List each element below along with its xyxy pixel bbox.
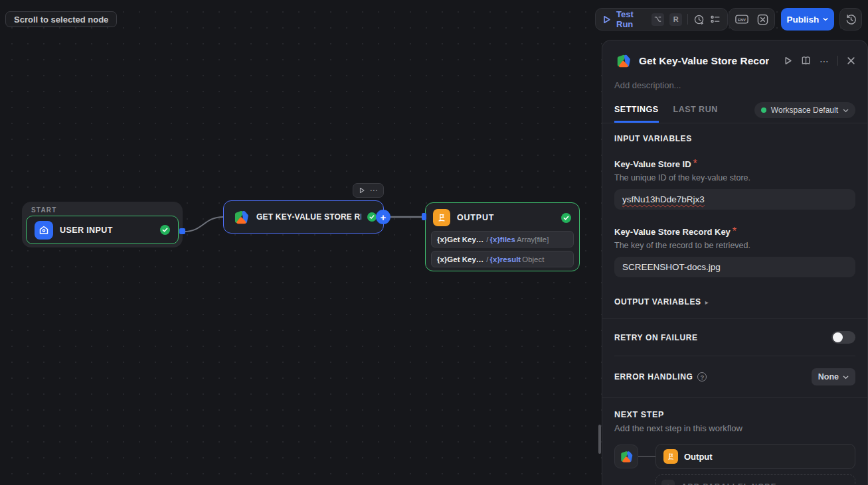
- retry-on-failure-heading: RETRY ON FAILURE: [614, 333, 698, 342]
- next-step-output-label: Output: [684, 452, 713, 462]
- start-group-label: START: [22, 202, 183, 214]
- apify-logo-icon: [618, 449, 634, 464]
- row-source: {x}Get Key…: [437, 255, 483, 263]
- get-key-value-store-node[interactable]: GET KEY-VALUE STORE RE: [223, 200, 384, 234]
- publish-button[interactable]: Publish: [781, 8, 834, 31]
- error-handling-heading: ERROR HANDLING: [614, 372, 693, 381]
- publish-label: Publish: [787, 15, 820, 25]
- plus-icon: +: [661, 480, 675, 485]
- row-type: Array[file]: [517, 236, 549, 243]
- add-next-node-button[interactable]: +: [376, 210, 391, 224]
- row-slash: /: [486, 236, 488, 243]
- output-success-icon: [561, 213, 571, 223]
- scroll-to-selected-node-button[interactable]: Scroll to selected node: [5, 11, 117, 27]
- more-options-icon[interactable]: ⋯: [820, 56, 829, 66]
- output-input-port[interactable]: [422, 213, 426, 220]
- output-node-title: OUTPUT: [457, 213, 494, 222]
- field-description: The unique ID of the key-value store.: [614, 173, 855, 182]
- history-button[interactable]: [839, 8, 862, 31]
- test-run-play-icon[interactable]: [602, 15, 611, 24]
- output-variable-row[interactable]: {x}Get Key… / {x}files Array[file]: [431, 231, 574, 247]
- svg-text:ENV: ENV: [738, 18, 746, 22]
- variables-icon[interactable]: [757, 14, 768, 25]
- record-key-value: SCREENSHOT-docs.jpg: [622, 262, 721, 272]
- error-handling-value: None: [818, 372, 839, 381]
- required-asterisk: *: [693, 158, 697, 169]
- test-run-button[interactable]: Test Run: [616, 9, 646, 29]
- run-toolbar-group: Test Run R: [595, 8, 728, 31]
- add-parallel-node-button[interactable]: + ADD PARALLEL NODE: [655, 474, 855, 485]
- next-step-connector: [638, 456, 655, 457]
- run-config-list-icon[interactable]: [710, 14, 721, 25]
- divider: [602, 123, 867, 123]
- row-source: {x}Get Key…: [437, 236, 483, 243]
- node-hover-toolbar: ⋯: [353, 183, 384, 198]
- next-step-output-card[interactable]: Output: [655, 444, 855, 469]
- input-variables-heading: INPUT VARIABLES: [614, 134, 855, 143]
- node-more-icon[interactable]: ⋯: [370, 187, 379, 194]
- kv-store-id-input[interactable]: ysfNu13hDde7bRjx3: [614, 189, 855, 210]
- record-key-input[interactable]: SCREENSHOT-docs.jpg: [614, 257, 855, 277]
- run-node-icon[interactable]: [784, 56, 792, 65]
- row-variable: {x}result: [490, 255, 521, 263]
- workspace-status-dot: [761, 107, 766, 113]
- output-variables-heading: OUTPUT VARIABLES: [614, 297, 701, 307]
- kv-store-id-value: ysfNu13hDde7bRjx3: [622, 194, 705, 204]
- apify-logo-icon: [614, 52, 632, 70]
- row-slash: /: [486, 255, 488, 263]
- user-input-home-icon: [35, 221, 53, 240]
- retry-toggle[interactable]: [831, 331, 855, 344]
- header-separator: [837, 56, 838, 66]
- output-variables-toggle[interactable]: OUTPUT VARIABLES ▸: [614, 297, 855, 318]
- output-flag-icon: [433, 209, 450, 226]
- output-flag-icon: [663, 449, 678, 464]
- r-key-badge: R: [669, 13, 682, 26]
- output-node[interactable]: OUTPUT {x}Get Key… / {x}files Array[file…: [425, 202, 580, 271]
- env-vars-toolbar-group: ENV: [729, 8, 775, 31]
- chevron-down-icon: [843, 374, 849, 380]
- user-input-node-title: USER INPUT: [60, 226, 113, 235]
- next-step-heading: NEXT STEP: [614, 410, 855, 419]
- tab-last-run[interactable]: LAST RUN: [673, 105, 718, 123]
- field-description: The key of the record to be retrieved.: [614, 241, 855, 250]
- next-step-description: Add the next step in this workflow: [614, 423, 855, 433]
- field-label: Key-Value Store ID: [614, 159, 691, 169]
- chevron-right-icon: ▸: [705, 299, 709, 306]
- start-node-group: START USER INPUT: [22, 202, 183, 247]
- node-settings-panel: Get Key-Value Store Record ⋯ Add descrip…: [602, 40, 868, 485]
- output-variable-row[interactable]: {x}Get Key… / {x}result Object: [431, 251, 574, 267]
- chevron-down-icon: [843, 107, 849, 113]
- chevron-down-icon: [823, 17, 828, 22]
- toggle-knob: [833, 332, 843, 342]
- panel-title: Get Key-Value Store Record: [639, 55, 769, 67]
- row-type: Object: [522, 255, 544, 263]
- kv-success-icon: [367, 212, 377, 222]
- docs-book-icon[interactable]: [801, 56, 811, 66]
- option-key-icon: [651, 13, 664, 26]
- required-asterisk: *: [733, 226, 737, 237]
- schedule-clock-icon[interactable]: [693, 14, 705, 25]
- apify-logo-icon: [232, 208, 250, 226]
- row-variable: {x}files: [490, 236, 515, 243]
- close-panel-icon[interactable]: [847, 56, 855, 65]
- workspace-selector[interactable]: Workspace Default: [754, 102, 855, 118]
- user-input-success-icon: [160, 225, 170, 235]
- error-handling-select[interactable]: None: [812, 368, 855, 385]
- node-run-icon[interactable]: [359, 187, 365, 194]
- field-label: Key-Value Store Record Key: [614, 227, 731, 237]
- kv-node-title: GET KEY-VALUE STORE RE: [256, 212, 361, 222]
- add-parallel-label: ADD PARALLEL NODE: [681, 482, 777, 485]
- description-input[interactable]: Add description...: [602, 70, 867, 90]
- help-icon[interactable]: ?: [697, 372, 707, 381]
- env-icon[interactable]: ENV: [735, 14, 748, 25]
- start-output-port[interactable]: [179, 228, 185, 234]
- workspace-selector-label: Workspace Default: [771, 105, 838, 115]
- toolbar-separator: [687, 14, 688, 25]
- user-input-node[interactable]: USER INPUT: [26, 216, 179, 244]
- tab-settings[interactable]: SETTINGS: [614, 105, 659, 123]
- current-node-tile: [614, 445, 638, 468]
- panel-scrollbar[interactable]: [598, 425, 601, 454]
